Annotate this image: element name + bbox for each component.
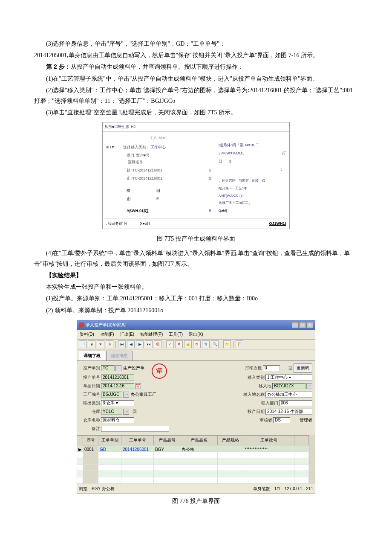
tb-next-icon[interactable]: ▶ bbox=[136, 340, 144, 348]
tb-sep3 bbox=[221, 341, 221, 348]
minimize-button[interactable]: — bbox=[292, 322, 299, 328]
para-3: (3)选择单身信息，单击"序号"，"选择工单单别"：GD；"工单单号"： bbox=[34, 38, 358, 49]
input-move-name[interactable]: 办公椅加工中心 bbox=[265, 392, 312, 398]
tb-prev-icon[interactable]: ◀ bbox=[127, 340, 135, 348]
table-row[interactable]: ▶ 0001 GD 20141205001 BGY 办公椅 **********… bbox=[77, 445, 309, 452]
tb-copy-icon[interactable]: ⎗ bbox=[88, 340, 95, 348]
tb-first-icon[interactable]: ⏮ bbox=[118, 340, 126, 348]
fig1-foot1: .后日冬适卜l bbox=[106, 220, 127, 227]
lbl-remark: 备注 bbox=[80, 425, 100, 433]
fig1-r5b: 回 bbox=[156, 187, 160, 194]
fig1-r7-lbl: AβWH-01β∑ bbox=[127, 207, 173, 214]
pick-doc-date[interactable]: 📅 bbox=[135, 383, 141, 389]
fig1-r6b: E bbox=[156, 195, 159, 202]
tb-cancel-icon[interactable]: ✕ bbox=[175, 340, 183, 348]
tb-sep1 bbox=[115, 341, 116, 348]
table-row[interactable] bbox=[77, 477, 309, 484]
input-warehouse[interactable]: YCLC bbox=[101, 409, 122, 415]
ext-order-type: 生产投产单 bbox=[123, 364, 144, 372]
pick-move-loc[interactable]: ⋯ bbox=[306, 383, 312, 389]
para-step2: 第 2 步：从投产单自动生成领料单，并查询领料单。按以下顺序进行操作： bbox=[34, 61, 358, 72]
fig1-right3a: 口 bbox=[219, 159, 222, 163]
select-move-type[interactable]: 1:工作中心 ▾ bbox=[265, 375, 312, 381]
fig1-right7: ΛΛIΓ[WJJCC-(s> bbox=[219, 193, 286, 199]
data-grid: 序号 工单单别 工单单号 产品品号 产品品名 产品规格 工单批号 ▶ 0001 … bbox=[77, 435, 309, 484]
gh-name[interactable]: 产品品名 bbox=[180, 436, 218, 445]
tb-search-icon[interactable]: 🔍 bbox=[211, 340, 219, 348]
tb-sort-icon[interactable]: ⇅ bbox=[202, 340, 210, 348]
input-wh-name[interactable]: 原材料仓 bbox=[101, 417, 134, 423]
toolbar: 📄 ⎗ ✕ ⎘ ⏮ ◀ ▶ ⏭ ⦿ ✓ ✕ ☝ ↻ ⇅ 🔍 📁 📋 bbox=[77, 340, 315, 349]
fig1-header: 从所■口轩生依 HJ bbox=[103, 122, 289, 131]
cell-ord[interactable]: 20141205001 bbox=[121, 445, 154, 451]
close-button[interactable]: ✕ bbox=[306, 322, 313, 328]
para-result-1: (1)投产单。来源单别：工单 20141205001；移入工序：001 打磨；移… bbox=[34, 293, 358, 304]
tb-delete-icon[interactable]: ✕ bbox=[97, 340, 104, 348]
gh-seq[interactable]: 序号 bbox=[83, 436, 98, 445]
input-move-dept[interactable]: 006 bbox=[279, 400, 312, 406]
tab-detail[interactable]: 详细字段 bbox=[79, 351, 105, 360]
app-icon bbox=[79, 323, 84, 328]
input-move-loc[interactable]: BGYJGZX bbox=[272, 383, 306, 389]
table-row[interactable] bbox=[77, 471, 309, 477]
pick-factory[interactable]: ⋯ bbox=[123, 392, 129, 398]
input-print-count[interactable]: 0 bbox=[263, 365, 280, 371]
para-result-head: 【实验结果】 bbox=[34, 270, 358, 281]
menu-smart[interactable]: 智能处理(P) bbox=[140, 331, 163, 338]
menu-export[interactable]: 汇出(E) bbox=[120, 331, 134, 338]
menu-func[interactable]: 功能(F) bbox=[100, 331, 114, 338]
tb-folder-icon[interactable]: 📁 bbox=[223, 340, 231, 348]
fig1-right4: t bbox=[219, 166, 286, 173]
menu-exit[interactable]: 退出(X) bbox=[189, 331, 203, 338]
fig1-r5a: 呀 bbox=[127, 187, 156, 194]
para-s2-2: (2)选择"移入类别"：工作中心；单击"选择投产单号"右边的图标，选择单号为:2… bbox=[34, 85, 358, 106]
tab-info[interactable]: 信息消息 bbox=[106, 351, 133, 360]
input-order-type[interactable]: TC bbox=[101, 365, 115, 371]
input-remark[interactable] bbox=[101, 426, 169, 432]
lbl-order-no: 投产单号 bbox=[80, 374, 100, 381]
fig1-right8: 送择厂务川工:a群二] bbox=[219, 200, 286, 206]
table-row[interactable] bbox=[77, 465, 309, 471]
fig1-r6a: 止I bbox=[127, 195, 156, 202]
input-order-no[interactable]: 20141216001 bbox=[101, 375, 134, 381]
fig1-r7-num: 5 bbox=[209, 207, 211, 214]
input-auditor[interactable]: DS bbox=[273, 417, 290, 423]
vertical-scrollbar[interactable] bbox=[309, 435, 315, 484]
status-mode: 浏览 bbox=[79, 485, 87, 493]
input-doc-date[interactable]: 2014-12-16 bbox=[101, 383, 134, 389]
gh-ord[interactable]: 工单单号 bbox=[121, 436, 154, 445]
input-prod-date[interactable]: 2014-12-16 生管部 bbox=[265, 409, 312, 415]
pick-order-type[interactable]: ⋯ bbox=[115, 365, 121, 371]
maximize-button[interactable]: □ bbox=[299, 322, 306, 328]
lbl-move-dept: 移入部门 bbox=[258, 399, 278, 407]
tb-refresh-icon[interactable]: ↻ bbox=[193, 340, 201, 348]
tb-clip-icon[interactable]: 📋 bbox=[236, 340, 243, 348]
lbl-auditor: 审核者 bbox=[252, 416, 272, 424]
table-row[interactable] bbox=[77, 458, 309, 465]
status-host: 127.0.0.1 - 211 bbox=[285, 485, 313, 493]
gh-batch[interactable]: 工单批号 bbox=[243, 436, 294, 445]
para-result-intro: 本实验生成一张投产单和一张领料单。 bbox=[34, 282, 358, 292]
tb-hand-icon[interactable]: ☝ bbox=[184, 340, 192, 348]
gh-type[interactable]: 工单单别 bbox=[98, 436, 121, 445]
update-button[interactable]: 更新码 bbox=[294, 363, 312, 373]
para-s2-1: (1)在"工艺管理子系统"中，单击"从投产单自动生成领料单"模块，进入"从投产单… bbox=[34, 73, 358, 84]
tb-new-icon[interactable]: 📄 bbox=[79, 340, 86, 348]
caption-776: 图 776 投产单界面 bbox=[34, 496, 358, 506]
tb-print-icon[interactable]: ⎘ bbox=[106, 340, 113, 348]
lbl-warehouse: 仓库 bbox=[80, 408, 100, 416]
tb-last-icon[interactable]: ⏭ bbox=[145, 340, 153, 348]
menu-tools[interactable]: 工具(T) bbox=[169, 331, 183, 338]
pick-warehouse[interactable]: ⋯ bbox=[123, 409, 129, 415]
fig1-right6: 端开第一 - 工艺"件 bbox=[219, 186, 286, 192]
input-factory[interactable]: BGJJGC bbox=[101, 392, 122, 398]
menu-data[interactable]: 资料(D) bbox=[80, 331, 94, 338]
select-out-type[interactable]: 3:仓库 ▾ bbox=[101, 400, 134, 406]
tb-target-icon[interactable]: ⦿ bbox=[154, 340, 161, 348]
gh-spec[interactable]: 产品规格 bbox=[218, 436, 243, 445]
tb-check-icon[interactable]: ✓ bbox=[166, 340, 174, 348]
cell-type[interactable]: GD bbox=[98, 445, 121, 451]
caption-7t5: 图 7T5 投产单生成领料单界面 bbox=[34, 233, 358, 244]
gh-prod[interactable]: 产品品号 bbox=[154, 436, 180, 445]
table-row[interactable] bbox=[77, 452, 309, 458]
